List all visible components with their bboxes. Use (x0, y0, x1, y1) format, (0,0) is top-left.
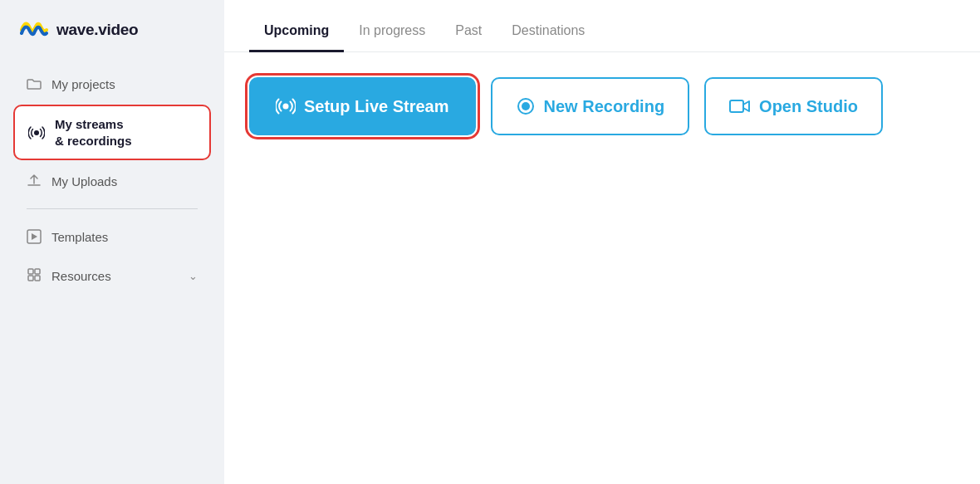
new-recording-button[interactable]: New Recording (491, 77, 690, 135)
sidebar-item-templates-label: Templates (51, 230, 108, 244)
tab-upcoming[interactable]: Upcoming (249, 15, 344, 52)
resource-icon (27, 267, 42, 285)
open-studio-label: Open Studio (759, 97, 858, 116)
svg-rect-5 (35, 276, 40, 281)
logo-text: wave.video (56, 21, 138, 39)
sidebar-item-resources[interactable]: Resources ⌄ (13, 257, 211, 295)
template-icon (27, 229, 42, 244)
chevron-down-icon: ⌄ (189, 270, 198, 282)
broadcast-icon (28, 125, 45, 141)
sidebar-item-my-projects-label: My projects (51, 77, 115, 91)
tab-past[interactable]: Past (440, 15, 497, 52)
open-studio-button[interactable]: Open Studio (704, 77, 883, 135)
folder-icon (27, 76, 42, 91)
actions-area: Setup Live Stream New Recording Open Stu… (224, 52, 980, 152)
svg-point-8 (522, 102, 530, 110)
sidebar-divider (27, 208, 198, 209)
setup-live-stream-button[interactable]: Setup Live Stream (249, 77, 476, 135)
sidebar-navigation: My projects My streams& recordings (0, 60, 224, 484)
new-recording-label: New Recording (544, 97, 665, 116)
tab-in-progress[interactable]: In progress (344, 15, 440, 52)
sidebar-item-my-streams[interactable]: My streams& recordings (13, 105, 211, 160)
sidebar-item-my-uploads[interactable]: My Uploads (13, 164, 211, 198)
setup-live-stream-label: Setup Live Stream (304, 97, 449, 116)
sidebar-item-templates[interactable]: Templates (13, 219, 211, 254)
sidebar-item-my-uploads-label: My Uploads (51, 174, 117, 188)
upload-icon (27, 174, 42, 188)
sidebar-item-resources-label: Resources (51, 269, 111, 283)
svg-rect-3 (35, 269, 40, 274)
svg-rect-9 (730, 100, 743, 112)
wavevideo-logo-icon (20, 18, 48, 42)
svg-point-6 (283, 104, 289, 110)
svg-point-0 (34, 130, 39, 135)
tab-destinations[interactable]: Destinations (497, 15, 600, 52)
logo-area: wave.video (0, 0, 224, 60)
svg-rect-2 (28, 269, 33, 274)
broadcast-icon (276, 96, 296, 116)
svg-rect-4 (28, 276, 33, 281)
studio-camera-icon (729, 98, 751, 115)
tabs-bar: Upcoming In progress Past Destinations (224, 0, 980, 52)
sidebar: wave.video My projects My (0, 0, 224, 484)
sidebar-item-my-streams-label: My streams& recordings (55, 116, 132, 149)
main-content: Upcoming In progress Past Destinations (224, 0, 980, 484)
sidebar-item-my-projects[interactable]: My projects (13, 66, 211, 101)
record-icon (516, 96, 536, 116)
